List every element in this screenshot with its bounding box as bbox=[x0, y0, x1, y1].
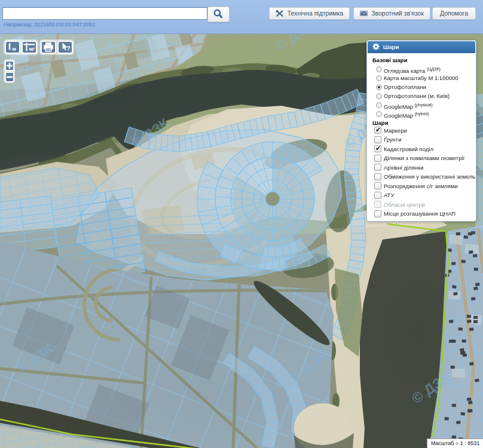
svg-text:?: ? bbox=[67, 45, 71, 52]
svg-text:M: M bbox=[13, 47, 16, 52]
svg-text:МГ: МГ bbox=[29, 47, 36, 52]
